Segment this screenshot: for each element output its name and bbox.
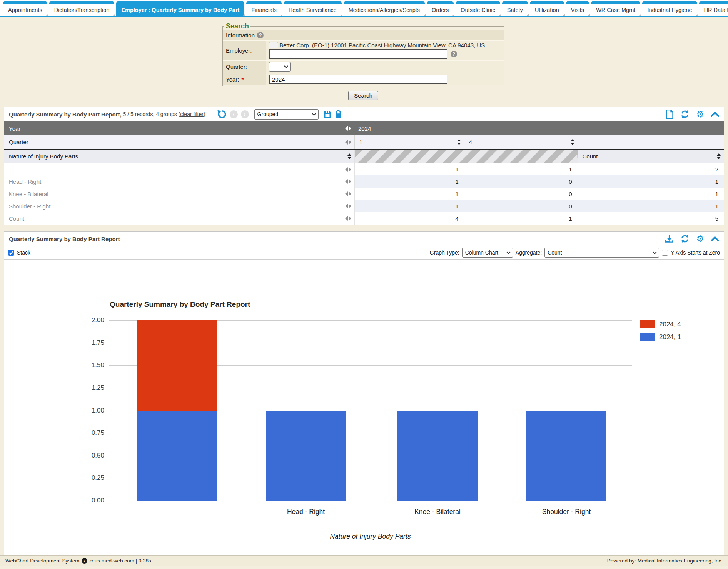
column-resize-icon[interactable] (345, 140, 351, 145)
chart-title: Quarterly Summary by Body Part Report (110, 300, 250, 309)
undo-icon[interactable] (217, 109, 227, 119)
graph-type-select[interactable]: Column Chart (462, 248, 513, 258)
server-info: zeus.med-web.com | 0.28s (89, 558, 151, 564)
y-tick-label: 0.00 (77, 497, 104, 504)
quarter-1-value: 1 (354, 163, 464, 175)
year-input[interactable] (269, 75, 447, 84)
quarter-1-value: 4 (354, 212, 464, 225)
remove-employer-button[interactable]: — (269, 42, 278, 48)
required-asterisk: * (241, 76, 244, 83)
body-part-label: Count (9, 215, 24, 222)
refresh-icon[interactable] (680, 110, 690, 119)
tab-wr-case-mgmt[interactable]: WR Case Mgmt (591, 1, 640, 16)
tab-label: Industrial Hygiene (647, 7, 692, 13)
tab-label: Health Surveillance (289, 7, 337, 13)
view-mode-select[interactable]: Grouped (254, 109, 319, 120)
y-tick-label: 0.25 (77, 474, 104, 482)
legend-item: 2024, 4 (640, 320, 681, 328)
sort-icon[interactable] (457, 139, 461, 145)
tab-health-surveillance[interactable]: Health Surveillance (284, 1, 342, 16)
search-row-year: Year: * (223, 73, 504, 85)
settings-gear-icon[interactable]: ⚙ (696, 110, 704, 119)
quarter-select[interactable] (269, 62, 291, 72)
tab-medications-allergies-scripts[interactable]: Medications/Allergies/Scripts (344, 1, 425, 16)
quarter-1-value: 1 (354, 188, 464, 200)
tab-orders[interactable]: Orders (427, 1, 454, 16)
info-icon[interactable]: i (82, 558, 87, 564)
tab-label: Dictation/Transcription (54, 7, 110, 13)
table-row-year: Year 2024 (4, 121, 724, 135)
quarter-4-value: 1 (464, 212, 578, 225)
settings-gear-icon[interactable]: ⚙ (696, 235, 704, 243)
count-value: 1 (578, 188, 724, 200)
tab-utilization[interactable]: Utilization (530, 1, 564, 16)
tab-financials[interactable]: Financials (246, 1, 281, 16)
table-row: Knee - Bilateral101 (4, 188, 724, 200)
x-category-label: Head - Right (244, 508, 367, 516)
clear-filter-link[interactable]: clear filter (180, 111, 204, 117)
search-row-employer: Employer: — Better Corp. (EO-1) 12001 Pa… (223, 40, 504, 60)
column-resize-icon[interactable] (345, 126, 351, 131)
tab-label: Medications/Allergies/Scripts (349, 7, 420, 13)
grouped-report-table: Year 2024 Quarter 1 4 Nature of Inju (4, 121, 724, 225)
help-icon[interactable]: ? (257, 32, 264, 38)
chart-bar-segment (266, 411, 346, 501)
search-button[interactable]: Search (348, 91, 378, 100)
lock-icon[interactable] (335, 110, 342, 118)
tab-safety[interactable]: Safety (502, 1, 528, 16)
y-axis-zero-checkbox[interactable] (662, 250, 668, 256)
aggregate-select[interactable]: Count (544, 248, 659, 258)
tab-label: Outside Clinic (461, 7, 495, 13)
tab-employer-quarterly-summary-by-body-part[interactable]: Employer : Quarterly Summary by Body Par… (116, 1, 244, 16)
count-value: 1 (578, 175, 724, 188)
collapse-chevron-icon[interactable] (711, 111, 719, 117)
quarter-4-value: 0 (464, 175, 578, 188)
quarter-4-value: 1 (464, 163, 578, 175)
save-icon[interactable] (323, 110, 332, 118)
chart-panel: Quarterly Summary by Body Part Report ⚙ … (4, 231, 724, 555)
previous-page-button[interactable]: ‹ (230, 110, 238, 118)
aggregate-value: Count (548, 250, 562, 256)
nature-row-label: Nature of Injury Body Parts (9, 153, 78, 160)
refresh-icon[interactable] (680, 234, 690, 243)
tab-hr-data-feed[interactable]: HR Data Feed (699, 1, 728, 16)
y-tick-label: 2.00 (77, 316, 104, 324)
collapse-chevron-icon[interactable] (711, 236, 719, 241)
report-meta-suffix: ) (204, 111, 205, 117)
count-value: 5 (578, 212, 724, 225)
column-resize-icon[interactable] (345, 167, 351, 172)
chart-region: Quarterly Summary by Body Part Report 2.… (4, 260, 724, 555)
tab-label: Visits (571, 7, 584, 13)
sort-icon[interactable] (571, 139, 574, 145)
quarter-row-label: Quarter (9, 139, 28, 145)
chart-bar-segment (137, 411, 217, 501)
chart-controls-row: Stack Graph Type: Column Chart Aggregate… (4, 246, 724, 260)
sort-icon[interactable] (717, 153, 721, 159)
tab-dictation-transcription[interactable]: Dictation/Transcription (49, 1, 115, 16)
tab-label: Utilization (535, 7, 559, 13)
stack-label: Stack (17, 250, 30, 256)
y-tick-label: 1.25 (77, 384, 104, 392)
chart-panel-header: Quarterly Summary by Body Part Report ⚙ (4, 232, 724, 246)
employer-input[interactable] (269, 49, 447, 59)
x-category-label: Knee - Bilateral (376, 508, 499, 516)
view-mode-value: Grouped (257, 111, 278, 117)
count-column-header: Count (583, 153, 598, 160)
tab-outside-clinic[interactable]: Outside Clinic (456, 1, 500, 16)
tab-visits[interactable]: Visits (566, 1, 589, 16)
column-resize-icon[interactable] (345, 204, 351, 208)
stack-checkbox[interactable] (8, 250, 14, 256)
tab-label: Appointments (8, 7, 42, 13)
new-document-icon[interactable] (666, 110, 674, 119)
quarter-4-header: 4 (469, 139, 472, 145)
sort-icon[interactable] (347, 153, 351, 159)
column-resize-icon[interactable] (345, 179, 351, 184)
column-resize-icon[interactable] (345, 216, 351, 221)
help-icon[interactable]: ? (451, 51, 457, 57)
app-name: WebChart Development System (5, 558, 80, 564)
column-resize-icon[interactable] (345, 191, 351, 196)
tab-appointments[interactable]: Appointments (3, 1, 47, 16)
download-icon[interactable] (665, 235, 674, 243)
next-page-button[interactable]: › (241, 110, 249, 118)
tab-industrial-hygiene[interactable]: Industrial Hygiene (642, 1, 697, 16)
